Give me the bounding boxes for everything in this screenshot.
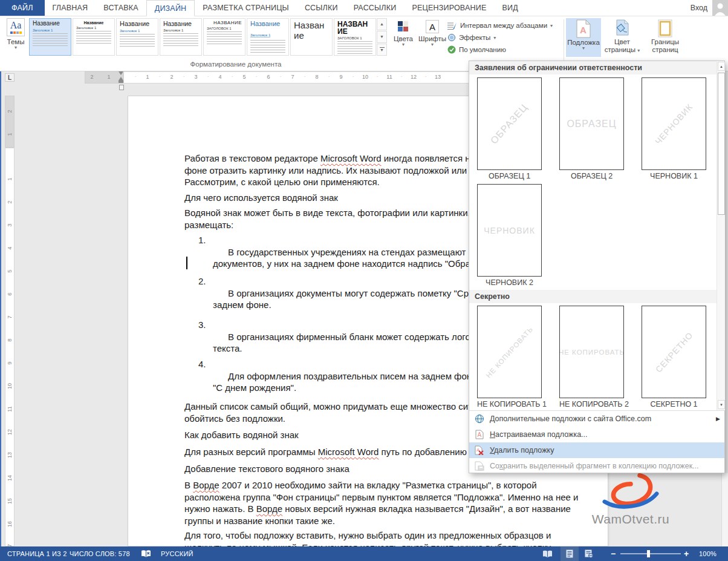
style-set-card[interactable]: Название Заголовок 1 xyxy=(160,18,202,56)
dropdown-caret-icon: ▾ xyxy=(15,45,17,50)
zoom-slider-thumb[interactable] xyxy=(647,550,650,557)
zoom-slider-track[interactable] xyxy=(620,553,681,554)
style-set-title: Название xyxy=(33,21,68,27)
word-count-status[interactable]: ЧИСЛО СЛОВ: 578 xyxy=(70,546,130,561)
ruler-number: 4 xyxy=(7,244,13,252)
svg-text:A: A xyxy=(580,25,587,35)
watermark-thumb-sekretno-1[interactable]: СЕКРЕТНО xyxy=(642,306,706,398)
first-line-indent-marker[interactable] xyxy=(119,71,123,75)
tab-insert[interactable]: ВСТАВКА xyxy=(96,0,146,16)
set-default-button[interactable]: По умолчанию xyxy=(447,44,506,55)
paragraph: Для разных версий программы Microsoft Wo… xyxy=(184,446,501,458)
gallery-more-icon[interactable]: ▼ xyxy=(377,44,387,56)
ruler-text-section xyxy=(5,148,15,546)
paragraph: Работая в текстовом редакторе Microsoft … xyxy=(184,153,501,188)
style-set-title: Название xyxy=(163,21,198,27)
gallery-scroll-up-icon[interactable]: ▲ xyxy=(377,18,387,30)
tab-review[interactable]: РЕЦЕНЗИРОВАНИЕ xyxy=(404,0,494,16)
scroll-down-icon[interactable]: ▼ xyxy=(718,400,725,409)
menu-item-custom-watermark[interactable]: A Настраиваемая подложка... xyxy=(469,427,724,442)
scroll-up-icon[interactable]: ▲ xyxy=(718,62,725,71)
ruler-number: 1 xyxy=(7,131,13,138)
menu-item-more-watermarks[interactable]: Дополнительные подложки с сайта Office.c… xyxy=(469,411,724,427)
watermark-thumb-label: НЕ КОПИРОВАТЬ 1 xyxy=(477,400,542,408)
paragraph-spacing-icon xyxy=(447,22,457,30)
watermark-thumb-chernovik-2[interactable]: ЧЕРНОВИК xyxy=(477,184,542,277)
panel-scrollbar[interactable]: ▲ ▼ xyxy=(717,62,725,410)
read-mode-button[interactable] xyxy=(542,546,553,561)
watermark-preview-text: ОБРАЗЕЦ xyxy=(489,102,530,146)
style-set-card[interactable]: Название Заголовок 1 xyxy=(73,18,115,56)
page-color-label-1: Цвет xyxy=(614,38,630,46)
dropdown-caret-icon: ▾ xyxy=(550,23,553,28)
signin-button[interactable]: Вход xyxy=(691,4,707,12)
style-set-heading: ЗАГОЛОВОК 1 xyxy=(207,27,242,30)
tab-page-layout[interactable]: РАЗМЕТКА СТРАНИЦЫ xyxy=(195,0,297,16)
style-set-card[interactable]: Название Заголовок 1 xyxy=(116,18,158,56)
watermark-preview-text: СЕКРЕТНО xyxy=(654,330,695,374)
style-set-heading: Заголовок 1 xyxy=(76,26,111,30)
zoom-in-button[interactable]: + xyxy=(684,546,689,561)
style-set-bodylines xyxy=(207,31,242,46)
style-set-card[interactable]: НАЗВАНИЕ ЗАГОЛОВОК 1 xyxy=(203,18,245,56)
style-set-heading: ЗАГОЛОВОК 1 xyxy=(337,36,372,40)
style-set-card[interactable]: Название xyxy=(290,18,333,56)
vertical-ruler[interactable]: 211234567891011121314151617 xyxy=(5,91,15,546)
tab-references[interactable]: ССЫЛКИ xyxy=(297,0,346,16)
zoom-out-button[interactable]: − xyxy=(611,546,616,561)
remove-watermark-icon: A xyxy=(474,445,485,455)
tab-mailings[interactable]: РАССЫЛКИ xyxy=(346,0,405,16)
paragraph: Водяной знак может быть в виде текста, ф… xyxy=(184,207,500,231)
misspelled-word: Microsoft Word xyxy=(318,447,379,457)
menu-item-save-selection: Сохранить выделенный фрагмент в коллекци… xyxy=(469,458,724,474)
print-layout-button[interactable] xyxy=(561,546,579,561)
ruler-margin-section xyxy=(5,96,15,148)
indent-square-marker[interactable] xyxy=(119,85,124,90)
document-scrollbar[interactable] xyxy=(721,473,728,546)
list-number: 4. xyxy=(198,358,206,370)
page-color-button[interactable]: Цвет страницы ▾ xyxy=(603,18,641,57)
user-avatar-icon[interactable] xyxy=(712,0,728,16)
language-status[interactable]: РУССКИЙ xyxy=(161,546,193,561)
page-borders-button[interactable]: Границы страниц xyxy=(642,18,688,57)
watermark-thumb-ne-kopirovat-2[interactable]: НЕ КОПИРОВАТЬ xyxy=(559,306,624,398)
themes-aa-icon: Aa xyxy=(7,18,25,36)
tab-view[interactable]: ВИД xyxy=(494,0,525,16)
tab-design[interactable]: ДИЗАЙН xyxy=(146,0,195,16)
themes-button[interactable]: Aa Темы ▾ xyxy=(2,18,29,57)
style-set-heading: Заголовок 1 xyxy=(120,29,155,33)
watermark-page-icon: A xyxy=(576,19,591,38)
ruler-number: 5 xyxy=(7,267,13,275)
ruler-number: 7 xyxy=(291,74,294,80)
zoom-level-label[interactable]: 100% xyxy=(699,546,717,561)
tab-file[interactable]: ФАЙЛ xyxy=(0,0,45,16)
watermark-thumb-obrazec-1[interactable]: ОБРАЗЕЦ xyxy=(477,77,542,170)
ruler-number: 13 xyxy=(7,451,13,459)
web-layout-button[interactable] xyxy=(585,546,593,561)
effects-button[interactable]: Эффекты ▾ xyxy=(447,32,496,43)
theme-fonts-button[interactable]: A Шрифты ▾ xyxy=(418,19,446,57)
style-set-card[interactable]: Название Заголовок 1 xyxy=(29,18,71,56)
gallery-scroll-down-icon[interactable]: ▼ xyxy=(377,31,387,43)
paragraph: В Ворде 2007 и 2010 необходимо зайти на … xyxy=(184,479,578,527)
watermark-thumb-chernovik-1[interactable]: ЧЕРНОВИК xyxy=(642,77,706,170)
ruler-number: · xyxy=(232,74,233,79)
watermark-thumb-obrazec-2[interactable]: ОБРАЗЕЦ xyxy=(559,77,624,170)
tab-stop-selector[interactable]: L xyxy=(5,73,15,82)
menu-item-remove-watermark[interactable]: A Удалить подложку xyxy=(469,442,724,458)
ruler-number: · xyxy=(304,74,306,79)
style-set-card[interactable]: НАЗВАНИЕ ЗАГОЛОВОК 1 xyxy=(334,18,376,56)
tab-home[interactable]: ГЛАВНАЯ xyxy=(45,0,96,16)
page-count-status[interactable]: СТРАНИЦА 1 ИЗ 2 xyxy=(7,546,67,561)
paragraph: Добавление текстового водяного знака xyxy=(184,463,349,475)
left-indent-marker[interactable] xyxy=(119,80,123,83)
ruler-number: 13 xyxy=(435,74,441,80)
theme-colors-button[interactable]: Цвета ▾ xyxy=(391,19,416,57)
watermark-thumb-ne-kopirovat-1[interactable]: НЕ КОПИРОВАТЬ xyxy=(477,306,542,398)
proofing-errors-icon[interactable] xyxy=(141,546,151,561)
watermark-button[interactable]: A Подложка ▾ xyxy=(566,18,601,57)
paragraph-spacing-button[interactable]: Интервал между абзацами ▾ xyxy=(447,20,553,31)
style-set-card[interactable]: Название Заголовок 1 xyxy=(247,18,289,56)
watermark-thumb-label: НЕ КОПИРОВАТЬ 2 xyxy=(559,400,624,408)
scrollbar-thumb[interactable] xyxy=(718,73,725,215)
